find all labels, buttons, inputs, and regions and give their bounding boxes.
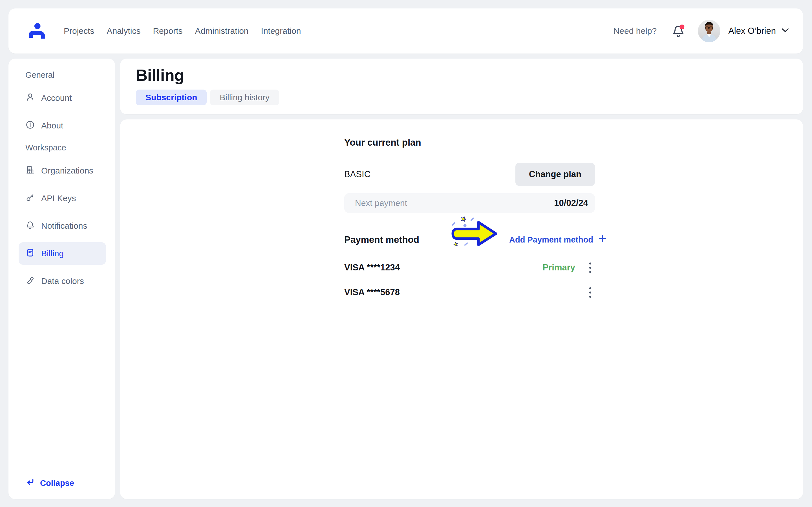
user-name: Alex O’brien [728,26,776,36]
notifications-bell-icon[interactable] [672,24,685,38]
nav-item-projects[interactable]: Projects [64,26,94,36]
plan-name: BASIC [344,169,370,179]
bell-icon [26,220,35,232]
page-title-card: Billing Subscription Billing history [120,59,803,114]
sidebar-item-label: Account [41,93,71,103]
chevron-down-icon [781,28,789,34]
billing-document-icon [26,248,35,260]
sparkle-star [453,242,458,247]
sidebar-item-notifications[interactable]: Notifications [18,215,106,237]
payment-card-row: VISA ****1234 Primary [344,259,595,276]
sidebar-item-billing[interactable]: Billing [18,242,106,265]
card-number: VISA ****5678 [344,287,586,297]
tutorial-arrow-annotation [450,216,504,250]
collapse-sidebar-button[interactable]: Collapse [26,478,74,489]
nav-item-reports[interactable]: Reports [153,26,183,36]
building-icon [26,165,35,177]
sidebar-item-label: API Keys [41,193,76,203]
sidebar-item-label: Billing [41,249,64,258]
sidebar-item-label: Notifications [41,221,87,231]
sidebar-item-label: About [41,121,63,130]
eyedropper-icon [26,276,35,287]
user-menu[interactable]: Alex O’brien [728,26,789,36]
sidebar-item-label: Data colors [41,276,84,286]
sparkle-dot [463,224,467,227]
tab-billing-history[interactable]: Billing history [210,90,279,105]
need-help-link[interactable]: Need help? [613,26,657,36]
user-avatar[interactable] [698,20,720,42]
tab-subscription[interactable]: Subscription [136,90,207,105]
sidebar-item-about[interactable]: About [18,114,106,137]
billing-tabs: Subscription Billing history [136,90,803,105]
current-plan-heading: Your current plan [344,137,595,148]
collapse-label: Collapse [40,478,74,488]
sidebar-item-api-keys[interactable]: API Keys [18,187,106,210]
add-payment-method-button[interactable]: Add Payment method [509,235,606,244]
card-number: VISA ****1234 [344,263,543,273]
payment-method-header: Payment method Add Payment method [344,227,595,252]
payment-card-row: VISA ****5678 [344,284,595,301]
info-icon [26,120,35,131]
next-payment-row: Next payment 10/02/24 [344,193,595,213]
notification-badge [679,24,684,29]
plan-row: BASIC Change plan [344,163,595,186]
sidebar-section-general: General [26,69,115,80]
sidebar-item-account[interactable]: Account [18,87,106,109]
primary-badge: Primary [543,263,575,273]
nav-item-administration[interactable]: Administration [195,26,248,36]
subscription-panel: Your current plan BASIC Change plan Next… [120,119,803,499]
key-icon [26,193,35,204]
user-icon [26,93,35,104]
next-payment-label: Next payment [355,198,407,208]
settings-sidebar: General Account About Workspace [8,59,115,499]
nav-item-integration[interactable]: Integration [261,26,301,36]
card-menu-kebab-icon[interactable] [586,262,594,274]
next-payment-date: 10/02/24 [554,198,588,208]
card-menu-kebab-icon[interactable] [586,286,594,298]
main-nav: Projects Analytics Reports Administratio… [64,26,301,36]
collapse-arrow-icon [26,478,35,489]
plus-icon [599,235,606,244]
arrow-right-shape [453,222,496,245]
nav-item-analytics[interactable]: Analytics [107,26,140,36]
top-header: Projects Analytics Reports Administratio… [8,8,803,54]
change-plan-button[interactable]: Change plan [515,163,595,186]
add-payment-method-label: Add Payment method [509,235,593,244]
subscription-content: Your current plan BASIC Change plan Next… [344,119,595,301]
sidebar-section-workspace: Workspace [26,142,115,153]
payment-method-heading: Payment method [344,234,419,245]
sidebar-item-organizations[interactable]: Organizations [18,159,106,182]
page-title: Billing [136,66,803,84]
sparkle-star [461,216,467,222]
app-logo-icon[interactable] [27,21,47,41]
sidebar-item-data-colors[interactable]: Data colors [18,270,106,292]
sidebar-item-label: Organizations [41,166,93,175]
